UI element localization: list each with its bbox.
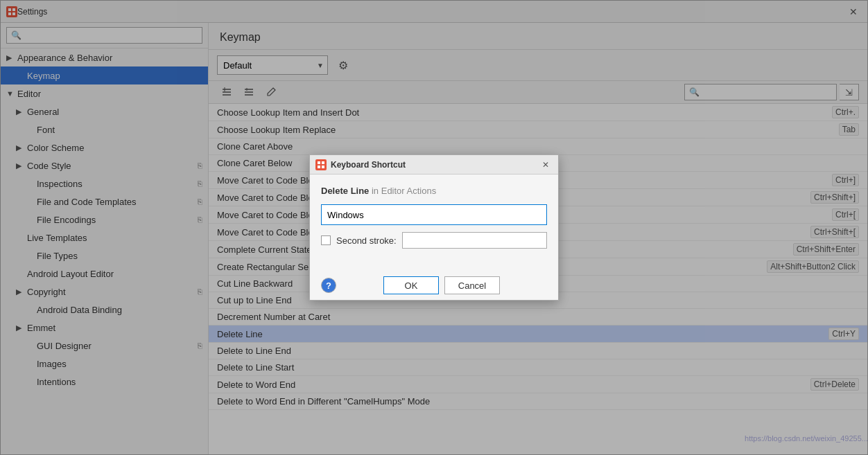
svg-rect-15 [322,161,324,164]
dialog-app-icon [315,159,327,170]
svg-rect-16 [318,166,320,168]
ok-button[interactable]: OK [383,276,439,294]
svg-rect-13 [315,159,327,170]
svg-rect-14 [318,161,320,164]
second-stroke-row: Second stroke: [321,232,547,249]
dialog-action-context: in Editor Actions [372,186,436,196]
svg-rect-17 [322,166,324,168]
dialog-body: Delete Line in Editor Actions Second str… [310,175,558,271]
keyboard-shortcut-dialog: Keyboard Shortcut ✕ Delete Line in Edito… [309,154,559,301]
dialog-footer-row: ? OK Cancel [310,271,558,300]
second-stroke-input[interactable] [402,232,547,249]
dialog-action-name: Delete Line [321,186,369,196]
help-button[interactable]: ? [321,278,336,293]
dialog-title: Keyboard Shortcut [331,160,539,170]
second-stroke-label: Second stroke: [336,235,397,246]
second-stroke-checkbox[interactable] [321,235,331,245]
shortcut-input[interactable] [321,204,547,225]
cancel-button[interactable]: Cancel [444,276,500,294]
dialog-close-button[interactable]: ✕ [539,158,553,172]
dialog-overlay: Keyboard Shortcut ✕ Delete Line in Edito… [0,0,868,455]
dialog-action-label: Delete Line in Editor Actions [321,186,547,196]
dialog-title-bar: Keyboard Shortcut ✕ [310,155,558,175]
